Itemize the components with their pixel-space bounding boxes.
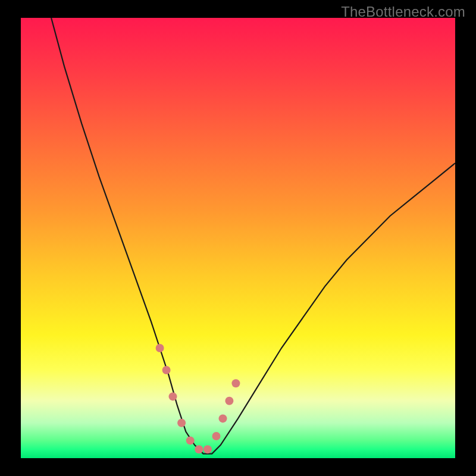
- curve-line: [51, 18, 455, 454]
- curve-marker: [162, 366, 171, 374]
- curve-marker: [195, 445, 203, 453]
- curve-marker: [156, 344, 164, 352]
- curve-marker: [203, 445, 212, 453]
- curve-marker: [169, 392, 177, 400]
- plot-area: [21, 18, 455, 458]
- curve-marker: [225, 397, 233, 405]
- chart-frame: TheBottleneck.com: [0, 0, 476, 476]
- curve-marker: [177, 419, 186, 427]
- bottleneck-curve: [21, 18, 455, 458]
- curve-marker: [231, 379, 240, 387]
- curve-marker: [212, 432, 221, 440]
- curve-marker: [186, 436, 195, 444]
- curve-markers: [156, 344, 240, 453]
- curve-marker: [219, 414, 227, 422]
